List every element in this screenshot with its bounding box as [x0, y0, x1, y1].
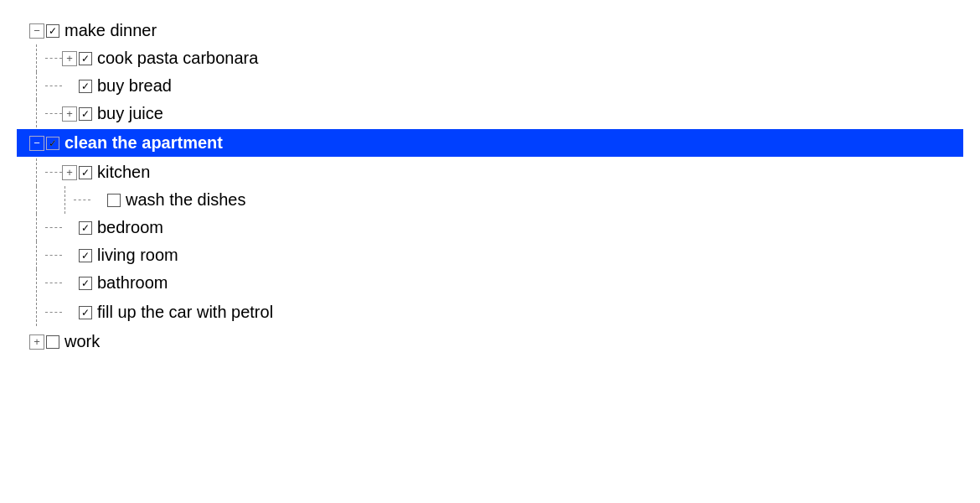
expander-cook-pasta[interactable] — [62, 51, 77, 66]
checkbox-fill-car[interactable] — [79, 306, 92, 319]
checkbox-living-room[interactable] — [79, 249, 92, 262]
label-buy-juice: buy juice — [97, 104, 163, 123]
checkbox-buy-bread[interactable] — [79, 80, 92, 93]
expander-buy-juice[interactable] — [62, 106, 77, 122]
label-fill-car: fill up the car with petrol — [97, 303, 273, 322]
checkbox-buy-juice[interactable] — [79, 107, 92, 121]
tree-row-bathroom[interactable]: bathroom — [17, 269, 963, 297]
label-clean-apartment: clean the apartment — [64, 133, 223, 153]
tree-row-kitchen[interactable]: kitchen — [17, 158, 963, 186]
tree-row-buy-bread[interactable]: buy bread — [17, 72, 963, 100]
label-cook-pasta: cook pasta carbonara — [97, 49, 258, 68]
checkbox-kitchen[interactable] — [79, 166, 92, 179]
expander-work[interactable] — [29, 334, 44, 350]
label-kitchen: kitchen — [97, 163, 150, 182]
expander-make-dinner[interactable] — [29, 23, 44, 39]
tree-row-cook-pasta[interactable]: cook pasta carbonara — [17, 44, 963, 72]
label-bedroom: bedroom — [97, 218, 163, 237]
checkbox-clean-apartment[interactable]: ✓ — [46, 137, 59, 150]
expander-clean-apartment[interactable] — [29, 136, 44, 151]
checkbox-wash-dishes[interactable] — [107, 194, 121, 207]
tree-row-living-room[interactable]: living room — [17, 241, 963, 269]
checkbox-make-dinner[interactable] — [46, 24, 59, 38]
checkbox-bedroom[interactable] — [79, 221, 92, 235]
label-buy-bread: buy bread — [97, 76, 172, 96]
label-work: work — [64, 332, 100, 351]
tree-row-bedroom[interactable]: bedroom — [17, 214, 963, 241]
tree-view: make dinner cook pasta carbonara buy bre… — [0, 8, 980, 364]
tree-row-wash-dishes[interactable]: wash the dishes — [17, 186, 963, 214]
tree-row-work[interactable]: work — [17, 328, 963, 355]
tree-row-buy-juice[interactable]: buy juice — [17, 100, 963, 127]
label-bathroom: bathroom — [97, 273, 168, 293]
label-living-room: living room — [97, 246, 178, 265]
expander-kitchen[interactable] — [62, 165, 77, 180]
tree-row-clean-apartment[interactable]: ✓ clean the apartment — [17, 129, 963, 157]
checkbox-bathroom[interactable] — [79, 277, 92, 290]
label-make-dinner: make dinner — [64, 21, 157, 40]
tree-row-make-dinner[interactable]: make dinner — [17, 17, 963, 44]
label-wash-dishes: wash the dishes — [126, 190, 245, 210]
checkbox-work[interactable] — [46, 335, 59, 349]
checkbox-cook-pasta[interactable] — [79, 52, 92, 65]
tree-row-fill-car[interactable]: fill up the car with petrol — [17, 298, 963, 326]
